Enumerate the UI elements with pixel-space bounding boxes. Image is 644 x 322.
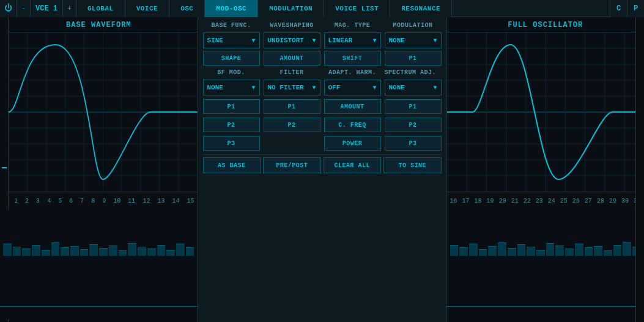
- bar: [527, 247, 535, 256]
- tab-modulation[interactable]: MODULATION: [258, 0, 324, 17]
- waveshaping-select[interactable]: UNDISTORT ▼: [264, 32, 320, 48]
- mod-p2-empty: P2: [385, 118, 442, 132]
- spectrum-value: NONE: [389, 84, 405, 91]
- modulation-value: NONE: [389, 37, 405, 44]
- bar: [508, 248, 516, 256]
- waveshaping-arrow: ▼: [312, 37, 316, 44]
- tab-osc[interactable]: OSC: [169, 0, 205, 17]
- modulation-col: MODULATION NONE ▼ P1: [385, 22, 442, 66]
- bfmod-p2-button[interactable]: P2: [203, 118, 260, 132]
- filter-p1-col: P1: [264, 99, 320, 114]
- mod-p3-col: P3: [385, 136, 442, 151]
- filter-value: NO FILTER: [268, 84, 304, 91]
- mod-p2-button[interactable]: P2: [385, 118, 442, 132]
- bar: [3, 244, 12, 256]
- modulation-arrow: ▼: [433, 37, 437, 44]
- spectrum-p1-col: P1: [385, 99, 442, 114]
- bar: [147, 249, 156, 256]
- filter-p2-button[interactable]: P2: [264, 118, 320, 132]
- waveshaping-label: WAVESHAPING: [264, 22, 320, 29]
- base-waveform-ruler: 0 1 2 3 4 5 6 7 8 9 10 11 12 13 14 15: [0, 192, 198, 210]
- minus-button[interactable]: -: [17, 0, 31, 17]
- bfmod-p3-button[interactable]: P3: [203, 136, 260, 151]
- bar: [157, 245, 166, 256]
- r-prepost-row: BF MOD. NONE ▼ FILTER NO FILTER ▼ ADAPT.…: [203, 69, 442, 95]
- spectrum-p1-button[interactable]: P1: [385, 99, 442, 114]
- bar: [80, 249, 89, 256]
- filter-arrow: ▼: [312, 84, 316, 91]
- tab-resonance[interactable]: RESONANCE: [390, 0, 452, 17]
- adapt-harm-select[interactable]: OFF ▼: [324, 80, 381, 95]
- filter-col: FILTER NO FILTER ▼: [264, 69, 320, 95]
- base-waveform-panel: BASE WAVEFORM: [0, 17, 198, 322]
- bfmod-label: BF MOD.: [203, 69, 260, 76]
- vce-label: VCE 1: [31, 0, 63, 17]
- spectrum-col: SPECTRUM ADJ. NONE ▼: [385, 69, 442, 95]
- p2-row: P2 P2 C. FREQ P2: [203, 118, 442, 132]
- bar: [585, 247, 593, 256]
- c-button[interactable]: C: [610, 0, 627, 17]
- tab-global[interactable]: GLOBAL: [76, 0, 125, 17]
- bar: [488, 246, 497, 256]
- bfmod-p1-button[interactable]: P1: [203, 99, 260, 114]
- bfmod-p3-col: P3: [203, 136, 260, 151]
- bar: [89, 244, 98, 256]
- base-func-select[interactable]: SINE ▼: [203, 32, 260, 48]
- shift-button[interactable]: SHIFT: [324, 51, 381, 66]
- mag-type-col: MAG. TYPE LINEAR ▼ SHIFT: [324, 22, 381, 66]
- full-oscillator-panel: FULL OSCILLATOR: [447, 17, 645, 322]
- base-waveform-title: BASE WAVEFORM: [0, 17, 198, 32]
- right-indicator: [635, 17, 644, 322]
- amount-button[interactable]: AMOUNT: [324, 99, 381, 114]
- modulation-p1-button[interactable]: P1: [385, 51, 442, 66]
- filter-p2-col: P2: [264, 118, 320, 132]
- clear-all-button[interactable]: CLEAR ALL: [324, 157, 382, 173]
- modulation-select[interactable]: NONE ▼: [385, 32, 442, 48]
- filter-p1-button[interactable]: P1: [264, 99, 320, 114]
- bar: [594, 246, 602, 256]
- to-sine-button[interactable]: TO SINE: [383, 157, 442, 173]
- bar: [70, 246, 79, 256]
- mag-type-arrow: ▼: [372, 37, 376, 44]
- tab-voice-list[interactable]: VOICE LIST: [324, 0, 390, 17]
- spectrum-select[interactable]: NONE ▼: [385, 80, 442, 95]
- adapt-harm-label: ADAPT. HARM.: [324, 69, 381, 76]
- as-base-button[interactable]: AS BASE: [203, 157, 261, 173]
- bar: [51, 242, 60, 256]
- amount-col: AMOUNT: [324, 99, 381, 114]
- full-oscillator-area: [447, 32, 645, 192]
- spectrum-adj-label: SPECTRUM ADJ.: [385, 69, 442, 76]
- mag-type-select[interactable]: LINEAR ▼: [324, 32, 381, 48]
- full-osc-bottom-bars: [447, 210, 645, 319]
- top-bar: ⏻ - VCE 1 + GLOBAL VOICE OSC MOD-OSC MOD…: [0, 0, 644, 17]
- mod-p3-button[interactable]: P3: [385, 136, 442, 151]
- p-button[interactable]: P: [627, 0, 644, 17]
- full-oscillator-ruler: 16 17 18 19 20 21 22 23 24 25 26 27 28 2…: [447, 192, 645, 210]
- center-panel: BASE FUNC. SINE ▼ SHAPE WAVESHAPING UNDI…: [198, 17, 447, 322]
- filter-select[interactable]: NO FILTER ▼: [264, 80, 320, 95]
- bar: [176, 244, 185, 256]
- bar: [575, 244, 583, 256]
- mag-type-value: LINEAR: [328, 37, 353, 44]
- plus-button[interactable]: +: [63, 0, 76, 17]
- tab-voice[interactable]: VOICE: [125, 0, 170, 17]
- indicator-mark: [2, 167, 7, 172]
- dropdown-panel: BASE FUNC. SINE ▼ SHAPE WAVESHAPING UNDI…: [198, 17, 446, 178]
- bar: [546, 243, 555, 256]
- bar: [450, 245, 459, 256]
- full-oscillator-svg: [447, 32, 645, 192]
- base-bottom-bars: [0, 210, 198, 319]
- base-func-arrow: ▼: [251, 37, 255, 44]
- adapt-harm-value: OFF: [328, 84, 341, 91]
- bfmod-select[interactable]: NONE ▼: [203, 80, 260, 95]
- waveshaping-amount-button[interactable]: AMOUNT: [264, 51, 320, 66]
- power-button[interactable]: ⏻: [0, 0, 17, 17]
- bottom-bars-inner-right: [447, 210, 645, 259]
- power-button-center[interactable]: POWER: [324, 136, 381, 151]
- shape-button[interactable]: SHAPE: [203, 51, 260, 66]
- bfmod-arrow: ▼: [251, 84, 255, 91]
- bar: [42, 250, 50, 256]
- pre-post-button[interactable]: PRE/POST: [263, 157, 321, 173]
- tab-mod-osc[interactable]: MOD-OSC: [205, 0, 258, 17]
- c-freq-button[interactable]: C. FREQ: [324, 118, 381, 132]
